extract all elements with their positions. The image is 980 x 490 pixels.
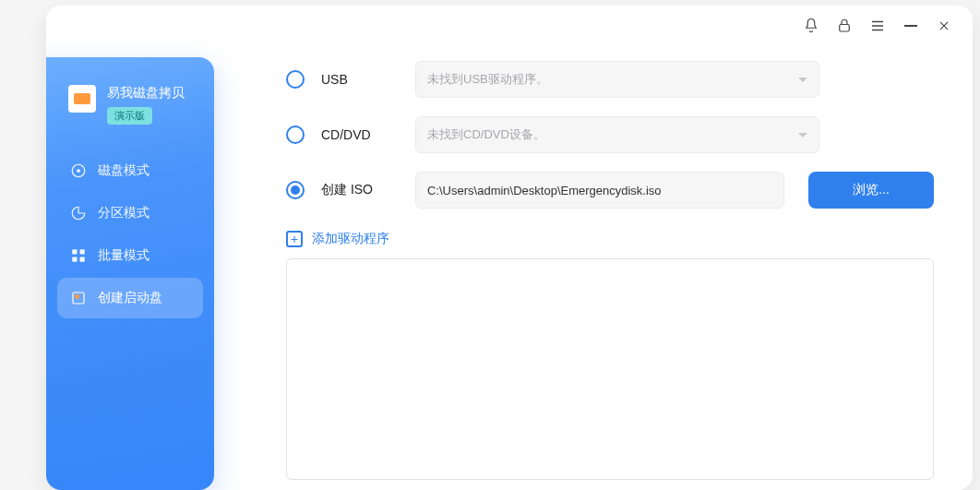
svg-rect-0 [840, 25, 850, 32]
sidebar: 易我磁盘拷贝 演示版 磁盘模式 分区模式 批量模式 [46, 57, 214, 490]
svg-point-7 [77, 169, 80, 173]
usb-select-placeholder: 未找到USB驱动程序。 [427, 71, 548, 88]
svg-rect-8 [72, 249, 77, 254]
plus-icon: + [286, 231, 303, 247]
chevron-down-icon [798, 78, 807, 82]
cddvd-select-placeholder: 未找到CD/DVD设备。 [427, 126, 545, 143]
cddvd-radio[interactable] [286, 125, 305, 144]
sidebar-item-batch-mode[interactable]: 批量模式 [57, 235, 203, 276]
lock-icon[interactable] [836, 18, 853, 34]
usb-device-select[interactable]: 未找到USB驱动程序。 [415, 61, 819, 98]
app-logo-icon [68, 85, 96, 113]
grid-icon [70, 247, 87, 264]
minimize-button[interactable] [902, 18, 919, 34]
svg-rect-11 [80, 257, 85, 262]
titlebar [783, 6, 973, 46]
main-content: USB 未找到USB驱动程序。 CD/DVD 未找到CD/DVD设备。 创建 I… [231, 50, 950, 490]
svg-rect-10 [72, 257, 77, 262]
svg-rect-13 [75, 294, 79, 299]
sidebar-item-label: 磁盘模式 [98, 162, 149, 179]
app-title: 易我磁盘拷贝 [107, 85, 185, 102]
demo-badge: 演示版 [107, 107, 152, 125]
cddvd-device-select[interactable]: 未找到CD/DVD设备。 [415, 116, 819, 153]
usb-radio[interactable] [286, 70, 305, 89]
usb-label: USB [321, 72, 399, 87]
iso-label: 创建 ISO [321, 182, 399, 198]
sidebar-item-label: 创建启动盘 [98, 290, 162, 306]
add-driver-label: 添加驱动程序 [312, 231, 389, 247]
menu-icon[interactable] [869, 18, 886, 34]
option-usb: USB 未找到USB驱动程序。 [286, 61, 934, 98]
sidebar-item-label: 批量模式 [98, 247, 149, 264]
brand: 易我磁盘拷贝 演示版 [46, 78, 214, 147]
boot-disk-icon [70, 290, 87, 306]
iso-radio[interactable] [286, 181, 305, 199]
driver-list-panel [286, 258, 934, 480]
disk-icon [70, 162, 87, 179]
pie-icon [70, 205, 87, 221]
cddvd-label: CD/DVD [321, 127, 399, 142]
iso-path-input[interactable] [415, 172, 784, 209]
close-button[interactable] [936, 18, 952, 34]
app-window: 易我磁盘拷贝 演示版 磁盘模式 分区模式 批量模式 [46, 6, 973, 490]
option-cddvd: CD/DVD 未找到CD/DVD设备。 [286, 116, 934, 153]
sidebar-nav: 磁盘模式 分区模式 批量模式 创建启动盘 [46, 147, 214, 318]
sidebar-item-partition-mode[interactable]: 分区模式 [57, 193, 203, 233]
sidebar-item-create-boot-disk[interactable]: 创建启动盘 [57, 278, 203, 318]
sidebar-item-disk-mode[interactable]: 磁盘模式 [57, 150, 203, 191]
svg-rect-9 [80, 249, 85, 254]
browse-button[interactable]: 浏览... [808, 172, 934, 209]
chevron-down-icon [798, 133, 807, 137]
sidebar-item-label: 分区模式 [98, 205, 149, 221]
notification-icon[interactable] [803, 18, 819, 34]
add-driver-link[interactable]: + 添加驱动程序 [286, 231, 934, 247]
option-iso: 创建 ISO 浏览... [286, 172, 934, 209]
